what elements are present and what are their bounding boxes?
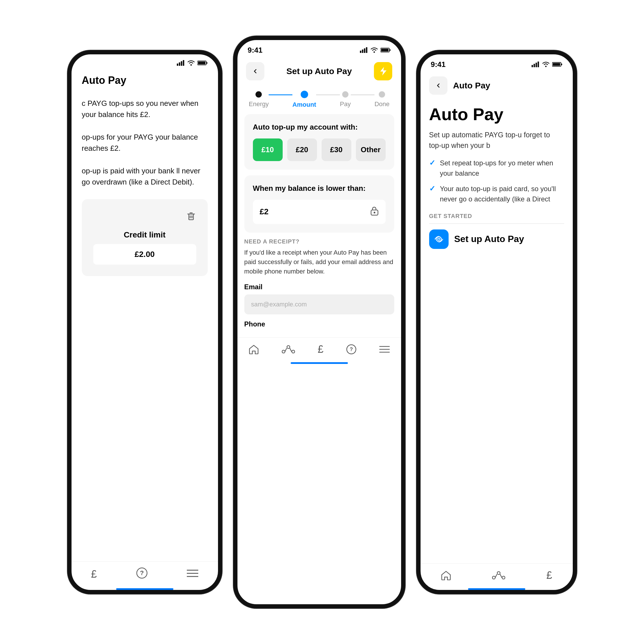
trash-icon[interactable] xyxy=(186,211,196,225)
svg-rect-43 xyxy=(553,63,560,66)
right-battery-icon xyxy=(552,62,562,67)
right-status-bar: 9:41 xyxy=(421,54,573,72)
check-item-2: ✓ Your auto top-up is paid card, so you'… xyxy=(429,184,564,204)
center-phone: 9:41 xyxy=(233,36,405,608)
svg-point-23 xyxy=(373,51,375,53)
left-content-area: c PAYG top-ups so you never when your ba… xyxy=(72,92,218,561)
svg-rect-20 xyxy=(362,49,363,53)
center-header: Set up Auto Pay xyxy=(237,58,401,85)
svg-rect-3 xyxy=(183,60,184,66)
home-icon xyxy=(249,344,259,354)
amount-btn-other[interactable]: Other xyxy=(356,138,386,161)
step-dot-amount xyxy=(301,91,308,98)
receipt-description: If you'd like a receipt when your Auto P… xyxy=(244,248,394,276)
auto-topup-label: Auto top-up my account with: xyxy=(253,123,386,132)
receipt-label: NEED A RECEIPT? xyxy=(244,238,394,245)
step-label-amount: Amount xyxy=(292,101,316,108)
menu-icon xyxy=(187,568,198,580)
center-page-title: Set up Auto Pay xyxy=(286,66,352,76)
setup-autopay-button[interactable]: Set up Auto Pay xyxy=(429,229,564,249)
email-label: Email xyxy=(244,283,394,291)
right-bottom-nav: £ xyxy=(421,563,573,590)
svg-point-45 xyxy=(438,238,440,240)
balance-value: £2 xyxy=(260,207,269,216)
left-nav-item-help[interactable]: ? xyxy=(136,567,148,581)
center-nav-pound[interactable]: £ xyxy=(318,343,323,355)
check-item-1: ✓ Set repeat top-ups for yo meter when y… xyxy=(429,158,564,179)
right-phone: 9:41 xyxy=(417,50,577,594)
right-nav-track[interactable] xyxy=(492,571,505,579)
right-signal-icon xyxy=(532,62,540,67)
step-dot-pay xyxy=(342,91,348,98)
left-nav-item-menu[interactable] xyxy=(187,568,198,580)
check-mark-1: ✓ xyxy=(429,158,435,179)
svg-rect-38 xyxy=(534,64,535,67)
right-content-area: Auto Pay Set up automatic PAYG top-u for… xyxy=(421,99,573,563)
right-pound-icon: £ xyxy=(546,569,552,581)
right-back-button[interactable] xyxy=(429,76,447,95)
scene: Auto Pay c PAYG top-ups so you never whe… xyxy=(0,0,644,644)
svg-rect-2 xyxy=(181,61,182,66)
credit-limit-card: Credit limit £2.00 xyxy=(82,199,208,276)
left-phone: Auto Pay c PAYG top-ups so you never whe… xyxy=(68,50,222,594)
step-done: Done xyxy=(374,91,390,108)
center-nav-help[interactable]: ? xyxy=(346,344,356,354)
right-nav-pound[interactable]: £ xyxy=(546,569,552,581)
credit-limit-value: £2.00 xyxy=(93,244,196,265)
left-text-2: op-ups for your PAYG your balance reache… xyxy=(82,132,208,154)
svg-rect-7 xyxy=(207,62,207,64)
svg-point-4 xyxy=(190,64,192,66)
credit-limit-label: Credit limit xyxy=(93,230,196,239)
svg-point-41 xyxy=(545,66,546,67)
step-amount: Amount xyxy=(292,91,316,108)
amount-btn-30[interactable]: £30 xyxy=(322,138,351,161)
help-icon: ? xyxy=(136,567,148,581)
amount-btn-20[interactable]: £20 xyxy=(287,138,317,161)
left-status-bar xyxy=(72,54,218,69)
left-text-1: c PAYG top-ups so you never when your ba… xyxy=(82,98,208,120)
left-nav-item-pound[interactable]: £ xyxy=(91,568,97,580)
lightning-button[interactable] xyxy=(374,62,392,80)
step-dot-energy xyxy=(255,91,262,98)
pound-icon: £ xyxy=(91,568,97,580)
step-label-pay: Pay xyxy=(340,100,351,108)
center-status-icons xyxy=(360,47,391,53)
left-phone-content: Auto Pay c PAYG top-ups so you never whe… xyxy=(72,69,218,561)
right-nav-indicator xyxy=(468,588,525,590)
svg-rect-1 xyxy=(179,62,180,66)
svg-text:?: ? xyxy=(350,346,353,352)
center-status-bar: 9:41 xyxy=(237,40,401,58)
svg-rect-40 xyxy=(538,62,539,67)
svg-rect-37 xyxy=(532,65,533,67)
center-bottom-nav: £ ? xyxy=(237,337,401,364)
left-title: Auto Pay xyxy=(72,69,218,92)
autopay-heading: Auto Pay xyxy=(429,105,564,124)
svg-rect-21 xyxy=(364,48,365,53)
right-home-icon xyxy=(441,570,451,580)
balance-threshold-card: When my balance is lower than: £2 xyxy=(244,175,394,233)
amount-btn-10[interactable]: £10 xyxy=(253,138,283,161)
battery-icon xyxy=(197,60,208,66)
left-nav-indicator xyxy=(116,588,173,590)
phone-label: Phone xyxy=(244,320,394,328)
right-nav-home[interactable] xyxy=(441,570,451,580)
step-line-2 xyxy=(316,94,340,95)
email-input[interactable]: sam@example.com xyxy=(244,294,394,314)
center-nav-menu[interactable] xyxy=(379,346,390,353)
center-back-button[interactable] xyxy=(246,62,264,80)
svg-rect-6 xyxy=(198,62,205,64)
center-nav-track[interactable] xyxy=(282,345,295,353)
right-status-icons xyxy=(532,62,562,67)
svg-rect-19 xyxy=(360,51,361,53)
track-icon xyxy=(282,345,295,353)
step-line-1 xyxy=(269,94,292,95)
check-mark-2: ✓ xyxy=(429,184,435,204)
check-text-2: Your auto top-up is paid card, so you'll… xyxy=(440,184,564,204)
svg-rect-25 xyxy=(381,49,389,51)
step-dot-done xyxy=(379,91,385,98)
receipt-section: NEED A RECEIPT? If you'd like a receipt … xyxy=(237,238,401,337)
progress-steps: Energy Amount Pay Done xyxy=(237,85,401,114)
right-page-title: Auto Pay xyxy=(453,81,490,90)
center-wifi-icon xyxy=(370,47,378,53)
center-nav-home[interactable] xyxy=(249,344,259,354)
